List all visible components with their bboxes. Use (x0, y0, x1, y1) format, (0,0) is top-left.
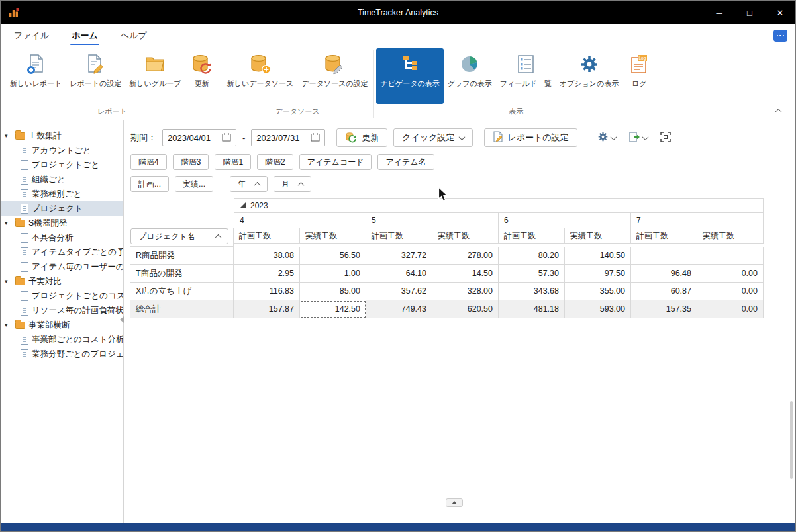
value-cell[interactable]: 85.00 (300, 283, 366, 300)
tree-report-item[interactable]: プロジェクトごと (1, 157, 123, 172)
calendar-icon[interactable] (222, 132, 231, 144)
vertical-scrollbar[interactable] (790, 401, 793, 479)
value-cell[interactable]: 749.43 (366, 300, 432, 318)
value-cell[interactable]: 2.95 (234, 265, 300, 283)
tree-report-item[interactable]: プロジェクトごとのコスト (1, 288, 123, 303)
view-options-button[interactable] (594, 128, 619, 147)
filter-chip[interactable]: アイテム名 (377, 154, 434, 170)
tree-report-item[interactable]: リソース毎の計画負荷状 (1, 303, 123, 318)
refresh-button[interactable]: 更新 (336, 128, 387, 147)
fit-view-button[interactable] (657, 128, 674, 147)
tree-report-item[interactable]: アイテム毎のユーザーの予 (1, 259, 123, 274)
show-navigator-button[interactable]: ナビゲータの表示 (376, 48, 443, 104)
value-cell[interactable]: 593.00 (565, 300, 631, 318)
value-cell[interactable]: 355.00 (565, 283, 631, 300)
menu-file[interactable]: ファイル (13, 25, 50, 46)
filter-chip[interactable]: 階層4 (130, 154, 167, 170)
new-group-button[interactable]: 新しいグループ (125, 48, 185, 104)
minimize-button[interactable]: ─ (704, 1, 734, 24)
month-header[interactable]: 5 (366, 213, 499, 228)
value-cell[interactable]: 481.18 (499, 300, 565, 318)
value-cell[interactable]: 620.50 (432, 300, 499, 318)
report-settings-toolbar-button[interactable]: レポートの設定 (484, 128, 577, 147)
row-label[interactable]: X店の立ち上げ (130, 283, 234, 300)
row-label[interactable]: 総合計 (130, 300, 234, 318)
tree-folder-item[interactable]: ▾工数集計 (1, 128, 123, 143)
value-cell[interactable]: 327.72 (366, 247, 432, 265)
new-report-button[interactable]: 新しいレポート (6, 48, 66, 104)
month-header[interactable]: 6 (499, 213, 631, 228)
value-cell[interactable]: 57.30 (499, 265, 565, 283)
new-datasource-button[interactable]: 新しいデータソース (223, 48, 298, 104)
filter-chip[interactable]: 実績... (175, 176, 213, 192)
row-label[interactable]: T商品の開発 (130, 265, 234, 283)
field-list-button[interactable]: フィールド一覧 (496, 48, 556, 104)
measure-header[interactable]: 計画工数 (234, 228, 300, 244)
value-cell[interactable]: 142.50 (300, 300, 366, 318)
expander-icon[interactable]: ▾ (5, 220, 12, 226)
value-cell[interactable] (631, 247, 697, 265)
value-cell[interactable]: 343.68 (499, 283, 565, 300)
value-cell[interactable]: 278.00 (432, 247, 499, 265)
value-cell[interactable]: 0.00 (697, 283, 764, 300)
tree-report-item[interactable]: プロジェクト (1, 201, 123, 216)
row-field-chip[interactable]: プロジェクト名 (130, 228, 228, 244)
tree-report-item[interactable]: 業務種別ごと (1, 187, 123, 201)
value-cell[interactable]: 116.83 (234, 283, 300, 300)
tree-report-item[interactable]: 組織ごと (1, 172, 123, 187)
value-cell[interactable]: 0.00 (697, 300, 764, 318)
maximize-button[interactable]: □ (734, 1, 765, 24)
month-header[interactable]: 7 (631, 213, 764, 228)
value-cell[interactable]: 96.48 (631, 265, 697, 283)
expander-icon[interactable]: ▾ (5, 279, 12, 285)
expander-icon[interactable]: ▾ (5, 133, 12, 139)
quick-settings-button[interactable]: クイック設定 (393, 128, 472, 147)
value-cell[interactable]: 357.62 (366, 283, 432, 300)
tree-folder-item[interactable]: ▾S機器開発 (1, 216, 123, 230)
value-cell[interactable]: 38.08 (234, 247, 300, 265)
export-button[interactable] (625, 128, 651, 147)
value-cell[interactable] (697, 247, 764, 265)
filter-chip[interactable]: アイテムコード (299, 154, 372, 170)
filter-chip[interactable]: 年 (230, 176, 268, 192)
tree-folder-item[interactable]: ▾事業部横断 (1, 318, 123, 332)
collapse-ribbon-icon[interactable] (775, 109, 782, 115)
filter-chip[interactable]: 階層2 (257, 154, 293, 170)
measure-header[interactable]: 計画工数 (499, 228, 565, 244)
tree-report-item[interactable]: 事業部ごとのコスト分析 (1, 332, 123, 347)
value-cell[interactable]: 157.35 (631, 300, 697, 318)
measure-header[interactable]: 実績工数 (432, 228, 499, 244)
filter-chip[interactable]: 階層1 (215, 154, 251, 170)
date-to-input[interactable]: 2023/07/31 (251, 129, 325, 146)
refresh-button-ribbon[interactable]: 更新 (185, 48, 219, 104)
value-cell[interactable]: 14.50 (432, 265, 499, 283)
report-settings-button[interactable]: レポートの設定 (66, 48, 125, 104)
datasource-settings-button[interactable]: データソースの設定 (297, 48, 372, 104)
measure-header[interactable]: 実績工数 (565, 228, 631, 244)
value-cell[interactable]: 328.00 (432, 283, 499, 300)
measure-header[interactable]: 計画工数 (631, 228, 697, 244)
filter-chip[interactable]: 計画... (130, 176, 169, 192)
value-cell[interactable]: 80.20 (499, 247, 565, 265)
show-options-button[interactable]: オプションの表示 (556, 48, 623, 104)
row-label[interactable]: R商品開発 (130, 247, 234, 265)
expander-icon[interactable]: ▾ (5, 322, 12, 328)
value-cell[interactable]: 64.10 (366, 265, 432, 283)
tree-report-item[interactable]: アカウントごと (1, 143, 123, 157)
value-cell[interactable]: 157.87 (234, 300, 300, 318)
menu-home[interactable]: ホーム (70, 25, 99, 46)
show-chart-button[interactable]: グラフの表示 (444, 48, 496, 104)
tree-report-item[interactable]: 不具合分析 (1, 230, 123, 245)
close-button[interactable]: ✕ (765, 1, 795, 24)
collapse-year-icon[interactable] (240, 202, 246, 208)
filter-chip[interactable]: 月 (274, 176, 311, 192)
menu-help[interactable]: ヘルプ (119, 25, 148, 46)
scroll-up-button[interactable] (446, 498, 463, 507)
measure-header[interactable]: 実績工数 (697, 228, 764, 244)
month-header[interactable]: 4 (234, 213, 366, 228)
year-header[interactable]: 2023 (234, 198, 764, 213)
tree-report-item[interactable]: アイテムタイプごとの予実管 (1, 245, 123, 259)
log-button[interactable]: Log ログ (622, 48, 656, 104)
filter-chip[interactable]: 階層3 (173, 154, 209, 170)
date-from-input[interactable]: 2023/04/01 (162, 129, 236, 146)
